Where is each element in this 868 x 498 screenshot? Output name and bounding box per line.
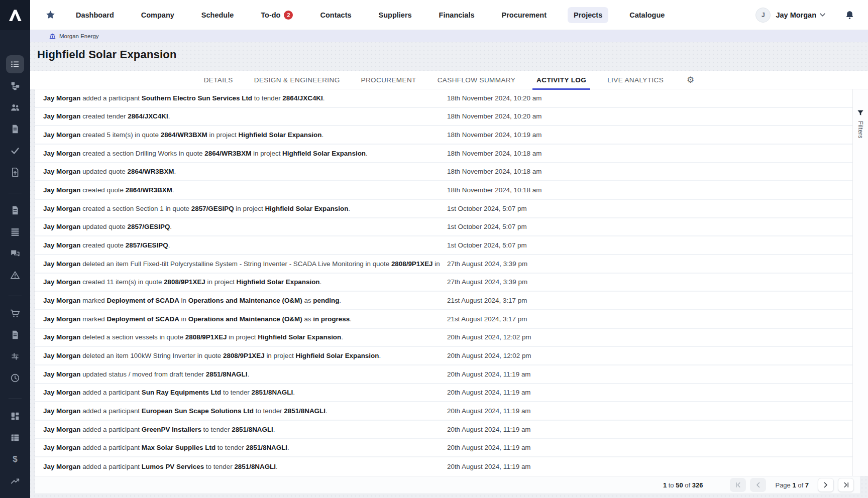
- activity-text: Jay Morgan added a participant Sun Ray E…: [43, 389, 295, 396]
- sidebar-item-cart[interactable]: [6, 304, 24, 322]
- activity-timestamp: 18th November 2024, 10:18 am: [447, 150, 541, 157]
- nav-item-financials[interactable]: Financials: [433, 7, 481, 23]
- sidebar-item-people[interactable]: [6, 98, 24, 116]
- activity-timestamp: 20th August 2024, 11:19 am: [447, 426, 531, 433]
- activity-row[interactable]: Jay Morgan added a participant Southern …: [35, 89, 852, 108]
- activity-text: Jay Morgan marked Deployment of SCADA in…: [43, 315, 352, 323]
- sidebar-item-activity-list[interactable]: [6, 55, 24, 73]
- notification-bell-icon[interactable]: [844, 10, 855, 21]
- activity-text: Jay Morgan created a section Drilling Wo…: [43, 150, 368, 157]
- activity-timestamp: 20th August 2024, 11:19 am: [447, 407, 531, 415]
- topbar: DashboardCompanyScheduleTo-do2ContactsSu…: [30, 0, 868, 30]
- pagination-page-label: Page 1 of 7: [775, 481, 809, 489]
- sidebar-item-table[interactable]: [6, 429, 24, 447]
- nav-item-to-do[interactable]: To-do2: [255, 7, 299, 24]
- favorite-star-icon[interactable]: [45, 10, 56, 21]
- sidebar-item-quotes-file[interactable]: [6, 326, 24, 344]
- activity-timestamp: 1st October 2024, 5:07 pm: [447, 223, 527, 230]
- next-page-button[interactable]: [818, 478, 834, 492]
- activity-row[interactable]: Jay Morgan created a section Drilling Wo…: [35, 145, 852, 163]
- activity-timestamp: 18th November 2024, 10:20 am: [447, 112, 541, 120]
- activity-row[interactable]: Jay Morgan created a section Section 1 i…: [35, 200, 852, 218]
- activity-timestamp: 20th August 2024, 11:19 am: [447, 389, 531, 396]
- nav-item-label: Dashboard: [76, 11, 114, 19]
- nav-item-dashboard[interactable]: Dashboard: [70, 7, 120, 23]
- activity-row[interactable]: Jay Morgan updated quote 2864/WR3BXM.18t…: [35, 163, 852, 182]
- tab-details[interactable]: DETAILS: [204, 71, 233, 89]
- last-page-button[interactable]: [838, 478, 854, 492]
- sidebar-item-documents[interactable]: [6, 120, 24, 138]
- nav-item-catalogue[interactable]: Catalogue: [623, 7, 671, 23]
- activity-row[interactable]: Jay Morgan created quote 2857/GESIPQ.1st…: [35, 236, 852, 255]
- activity-row[interactable]: Jay Morgan deleted an item 100kW String …: [35, 347, 852, 365]
- activity-row[interactable]: Jay Morgan added a participant Sun Ray E…: [35, 384, 852, 403]
- sidebar-item-tasks-check[interactable]: [6, 142, 24, 160]
- activity-row[interactable]: Jay Morgan added a participant GreenPV I…: [35, 421, 852, 439]
- sidebar-item-adjustments[interactable]: [6, 347, 24, 365]
- activity-timestamp: 18th November 2024, 10:18 am: [447, 186, 541, 194]
- activity-text: Jay Morgan updated status / moved from d…: [43, 370, 249, 378]
- activity-row[interactable]: Jay Morgan updated status / moved from d…: [35, 365, 852, 384]
- activity-text: Jay Morgan added a participant Lumos PV …: [43, 463, 278, 470]
- sidebar-item-warning[interactable]: [6, 266, 24, 284]
- activity-timestamp: 18th November 2024, 10:19 am: [447, 131, 541, 139]
- activity-row[interactable]: Jay Morgan added a participant European …: [35, 402, 852, 421]
- activity-row[interactable]: Jay Morgan added a participant Max Solar…: [35, 439, 852, 457]
- sidebar-item-file-upload[interactable]: [6, 163, 24, 181]
- tab-cashflow-summary[interactable]: CASHFLOW SUMMARY: [438, 71, 515, 89]
- breadcrumb-company: Morgan Energy: [59, 33, 99, 39]
- activity-list: Jay Morgan added a participant Southern …: [35, 89, 852, 476]
- nav-item-projects[interactable]: Projects: [568, 7, 608, 23]
- sidebar-item-hierarchy[interactable]: [6, 77, 24, 95]
- activity-row[interactable]: Jay Morgan marked Deployment of SCADA in…: [35, 292, 852, 310]
- pagination-bar: 1 to 50 of 326 Page 1 of 7: [35, 476, 860, 494]
- tab-live-analytics[interactable]: LIVE ANALYTICS: [607, 71, 664, 89]
- nav-item-schedule[interactable]: Schedule: [195, 7, 240, 23]
- activity-row[interactable]: Jay Morgan created 11 item(s) in quote 2…: [35, 274, 852, 292]
- chevron-left-icon: [755, 482, 761, 488]
- filters-panel-toggle[interactable]: Filters: [852, 89, 868, 476]
- activity-row[interactable]: Jay Morgan updated quote 2857/GESIPQ.1st…: [35, 218, 852, 237]
- activity-timestamp: 18th November 2024, 10:20 am: [447, 94, 541, 102]
- nav-item-procurement[interactable]: Procurement: [496, 7, 553, 23]
- sidebar-divider: [9, 296, 22, 296]
- activity-row[interactable]: Jay Morgan deleted an item Full Fixed-ti…: [35, 255, 852, 274]
- sidebar-item-finance-dollar[interactable]: $: [6, 450, 24, 468]
- nav-item-label: Financials: [439, 11, 475, 19]
- activity-timestamp: 21st August 2024, 3:17 pm: [447, 315, 527, 323]
- tab-procurement[interactable]: PROCUREMENT: [361, 71, 416, 89]
- nav-item-contacts[interactable]: Contacts: [314, 7, 357, 23]
- breadcrumb[interactable]: Morgan Energy: [30, 30, 868, 42]
- sidebar-item-trends[interactable]: [6, 472, 24, 490]
- sidebar-item-file[interactable]: [6, 201, 24, 219]
- page-title: Highfield Solar Expansion: [37, 48, 177, 61]
- main-nav: DashboardCompanyScheduleTo-do2ContactsSu…: [70, 7, 671, 24]
- sidebar-item-dashboard-grid[interactable]: [6, 407, 24, 425]
- activity-row[interactable]: Jay Morgan created quote 2864/WR3BXM.18t…: [35, 181, 852, 200]
- first-page-button[interactable]: [730, 478, 746, 492]
- previous-page-button[interactable]: [750, 478, 766, 492]
- activity-row[interactable]: Jay Morgan added a participant Lumos PV …: [35, 457, 852, 476]
- activity-row[interactable]: Jay Morgan created 5 item(s) in quote 28…: [35, 126, 852, 145]
- activity-timestamp: 1st October 2024, 5:07 pm: [447, 241, 527, 249]
- tab-design-engineering[interactable]: DESIGN & ENGINEERING: [254, 71, 340, 89]
- sidebar-item-history-clock[interactable]: [6, 369, 24, 387]
- nav-item-suppliers[interactable]: Suppliers: [373, 7, 418, 23]
- app-logo[interactable]: [0, 0, 30, 30]
- tab-activity-log[interactable]: ACTIVITY LOG: [536, 71, 586, 89]
- sidebar-item-rows[interactable]: [6, 223, 24, 241]
- nav-item-company[interactable]: Company: [135, 7, 180, 23]
- activity-text: Jay Morgan marked Deployment of SCADA in…: [43, 297, 341, 304]
- nav-item-label: Contacts: [320, 11, 351, 19]
- user-menu[interactable]: Jay Morgan: [776, 11, 825, 19]
- tab-list: DETAILSDESIGN & ENGINEERINGPROCUREMENTCA…: [204, 71, 664, 89]
- activity-timestamp: 18th November 2024, 10:18 am: [447, 168, 541, 175]
- activity-text: Jay Morgan updated quote 2857/GESIPQ.: [43, 223, 172, 230]
- activity-text: Jay Morgan deleted an item 100kW String …: [43, 352, 381, 359]
- avatar[interactable]: J: [755, 8, 771, 23]
- activity-row[interactable]: Jay Morgan marked Deployment of SCADA in…: [35, 310, 852, 329]
- activity-row[interactable]: Jay Morgan deleted a section vessels in …: [35, 329, 852, 347]
- settings-gear-icon[interactable]: ⚙: [687, 76, 694, 84]
- sidebar-item-chat[interactable]: [6, 244, 24, 263]
- activity-row[interactable]: Jay Morgan created tender 2864/JXC4KI.18…: [35, 108, 852, 127]
